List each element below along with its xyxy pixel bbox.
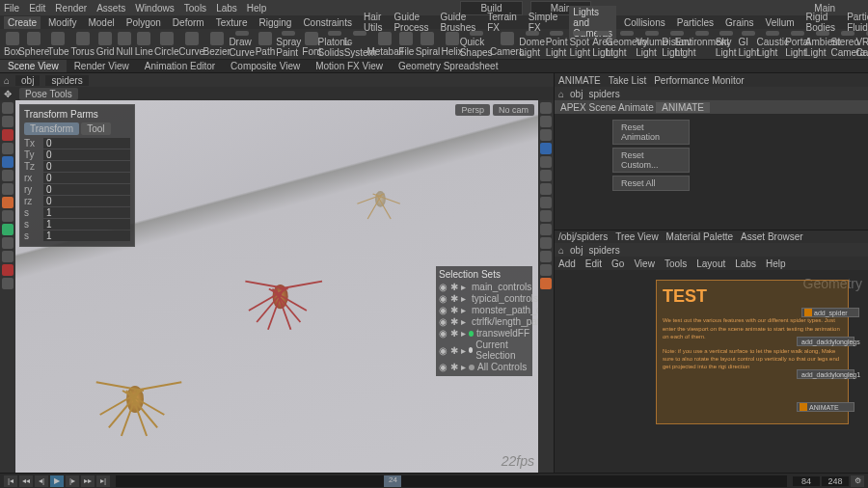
shelf-tool[interactable]: Null (117, 31, 133, 58)
network-editor[interactable]: Geometry TEST We test out the various fe… (555, 270, 868, 473)
tool-icon[interactable] (2, 170, 14, 181)
camera-dropdown[interactable]: No cam (493, 104, 534, 116)
tool-icon[interactable] (2, 237, 14, 249)
timeline-track[interactable]: 24 (116, 475, 787, 487)
shelf-tool[interactable]: Camera (496, 31, 519, 58)
shelf-tab[interactable]: Vellum (762, 16, 799, 29)
pane-tab[interactable]: Animation Editor (137, 60, 223, 72)
tree-view-tab[interactable]: Tree View (615, 231, 658, 242)
network-node[interactable]: add_daddylonglegs (797, 337, 854, 346)
shelf-tool[interactable]: Environment Light (691, 31, 714, 58)
shelf-tab[interactable]: Modify (44, 16, 80, 29)
pane-tab[interactable]: Render View (67, 60, 137, 72)
play-button[interactable]: ▶ (50, 475, 64, 487)
home-icon[interactable]: ⌂ (558, 89, 564, 99)
shelf-tool[interactable]: Circle (155, 31, 178, 58)
selection-set-item[interactable]: ◉✱▸ctrlfk/length_path (439, 316, 529, 327)
material-palette-tab[interactable]: Material Palette (666, 231, 733, 242)
display-option-icon[interactable] (540, 116, 552, 127)
selection-set-item[interactable]: ◉✱▸Current Selection (439, 339, 529, 361)
parm-input[interactable]: 0 (43, 161, 130, 172)
path-crumb[interactable]: obj (570, 245, 583, 256)
pose-tools-dropdown[interactable]: Pose Tools (19, 88, 78, 100)
parm-input[interactable]: 1 (43, 207, 130, 218)
pane-tab[interactable]: Geometry Spreadsheet (391, 60, 505, 72)
shelf-tool[interactable]: Draw Curve (231, 31, 254, 58)
display-option-icon[interactable] (540, 156, 552, 168)
shelf-tab[interactable]: Particles (673, 16, 718, 29)
shelf-tool[interactable]: Curve (180, 31, 203, 58)
display-option-icon[interactable] (540, 237, 552, 249)
tool-icon[interactable] (2, 224, 14, 235)
shelf-tool[interactable]: Sky Light (716, 31, 737, 58)
tool-icon[interactable] (2, 264, 14, 276)
shelf-tool[interactable]: Volume Light (640, 31, 664, 58)
shelf-tool[interactable]: Dome Light (521, 31, 544, 58)
shelf-tool[interactable]: Spiral (416, 31, 439, 58)
display-option-icon[interactable] (540, 183, 552, 195)
selection-set-item[interactable]: ◉✱▸transweldFF (439, 328, 529, 339)
reset-all-button[interactable]: Reset All (612, 176, 690, 191)
net-menu-add[interactable]: Add (558, 258, 576, 269)
menu-help[interactable]: Help (247, 3, 267, 14)
move-tool-icon[interactable] (2, 116, 14, 127)
shelf-tool[interactable]: Spray Paint (277, 31, 300, 58)
network-node[interactable]: add_daddylongleg1 (797, 369, 854, 379)
shelf-tab[interactable]: Rigging (255, 16, 295, 29)
net-menu-help[interactable]: Help (766, 258, 786, 269)
shelf-tool[interactable]: Sphere (22, 31, 45, 58)
scale-tool-icon[interactable] (2, 143, 14, 154)
net-menu-layout[interactable]: Layout (696, 258, 725, 269)
persp-dropdown[interactable]: Persp (455, 104, 490, 116)
parm-input[interactable]: 0 (43, 184, 130, 195)
shelf-tool[interactable]: Torus (71, 31, 95, 58)
tool-icon[interactable] (2, 210, 14, 222)
reset-animation-button[interactable]: Reset Animation (612, 120, 690, 145)
net-menu-go[interactable]: Go (611, 258, 624, 269)
display-option-icon[interactable] (540, 264, 552, 276)
step-fwd-button[interactable]: |▸ (66, 475, 79, 487)
shelf-tool[interactable]: Point Light (546, 31, 568, 58)
3d-viewport[interactable]: Transform Parms Transform Tool Tx0Ty0Tz0… (15, 100, 538, 473)
shelf-tab[interactable]: Deform (169, 16, 208, 29)
net-menu-labs[interactable]: Labs (735, 258, 756, 269)
shelf-tool[interactable]: Line (135, 31, 153, 58)
reset-custom-button[interactable]: Reset Custom... (612, 148, 690, 173)
animate-tab[interactable]: ANIMATE (558, 75, 601, 86)
parm-input[interactable]: 0 (43, 196, 130, 206)
display-option-icon[interactable] (540, 143, 552, 154)
path-crumb[interactable]: obj (15, 75, 40, 86)
shelf-tab[interactable]: Model (84, 16, 118, 29)
menu-file[interactable]: File (4, 3, 19, 14)
home-icon[interactable]: ⌂ (558, 245, 564, 256)
home-icon[interactable]: ⌂ (4, 75, 10, 86)
display-option-icon[interactable] (540, 251, 552, 262)
parm-input[interactable]: 1 (43, 230, 130, 241)
menu-edit[interactable]: Edit (29, 3, 45, 14)
shelf-tab[interactable]: Polygon (122, 16, 165, 29)
net-menu-edit[interactable]: Edit (585, 258, 602, 269)
menu-render[interactable]: Render (55, 3, 87, 14)
pane-tab[interactable]: Composite View (223, 60, 308, 72)
tool-icon[interactable] (2, 278, 14, 289)
shelf-tool[interactable]: VR Camera (861, 31, 868, 58)
animate-mode[interactable]: ANIMATE (656, 102, 710, 113)
tool-icon[interactable] (2, 197, 14, 208)
display-option-icon[interactable] (540, 210, 552, 222)
menu-assets[interactable]: Assets (96, 3, 125, 14)
menu-labs[interactable]: Labs (216, 3, 237, 14)
first-frame-button[interactable]: |◂ (4, 475, 17, 487)
shelf-tab[interactable]: Texture (212, 16, 252, 29)
tool-tab[interactable]: Tool (81, 122, 110, 135)
display-option-icon[interactable] (540, 197, 552, 208)
tool-icon[interactable] (2, 251, 14, 262)
display-option-icon[interactable] (540, 224, 552, 235)
shelf-tab[interactable]: Constraints (299, 16, 356, 29)
pane-tab-scene-view[interactable]: Scene View (0, 60, 67, 72)
shelf-tool[interactable]: Quick Shapes (465, 31, 488, 58)
shelf-tab-create[interactable]: Create (4, 16, 41, 29)
shelf-tab[interactable]: Grains (721, 16, 757, 29)
network-tab[interactable]: /obj/spiders (558, 231, 608, 242)
net-menu-view[interactable]: View (634, 258, 655, 269)
net-menu-tools[interactable]: Tools (665, 258, 687, 269)
